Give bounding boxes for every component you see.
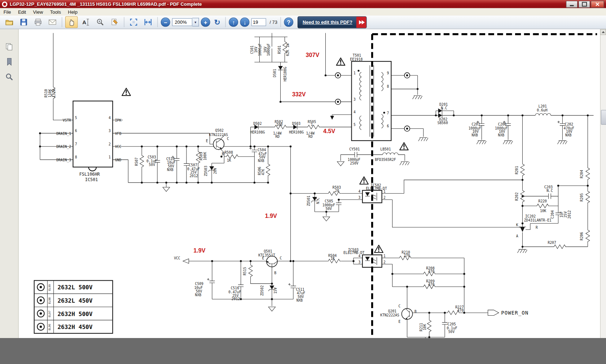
schematic-label: EL96 (48, 324, 51, 330)
help-button[interactable]: ? (284, 17, 293, 27)
schematic-label: R205 (580, 193, 584, 201)
schematic-label: Q502 (215, 128, 224, 132)
schematic-label: T501 (353, 53, 361, 57)
scroll-up-button[interactable] (600, 29, 606, 35)
schematic-label: EL99 (48, 284, 51, 291)
schematic-label: Q501 (264, 249, 272, 253)
schematic-label: 2012 (567, 210, 571, 219)
zoom-out-button[interactable]: − (161, 17, 170, 27)
schematic-label: 3 (109, 129, 111, 133)
schematic-label: NXB (498, 133, 505, 137)
next-page-button[interactable]: ↓ (240, 17, 250, 27)
text-select-icon: A (82, 19, 86, 25)
schematic-label: N.C (316, 198, 320, 204)
save-floppy-icon (19, 18, 28, 27)
schematic-label: 2632L 500V (57, 284, 92, 291)
pdf-page-canvas[interactable]: 307V332V4.5V1.9V1.9VVSTRDRAIN_1DRAIN_2DR… (19, 29, 600, 338)
previous-page-button[interactable]: ↑ (229, 17, 238, 27)
schematic-label: EL98 (48, 297, 51, 304)
pan-tool-button[interactable] (65, 16, 78, 28)
page-number-input[interactable] (251, 18, 266, 26)
edit-pdf-link[interactable]: Need to edit this PDF? (303, 19, 356, 25)
minimize-button[interactable] (566, 1, 578, 8)
zoom-dropdown-button[interactable]: ▼ (192, 18, 199, 27)
email-button[interactable] (46, 16, 58, 28)
schematic-label: RD (276, 135, 280, 139)
refresh-button[interactable]: ↻ (212, 18, 222, 27)
schematic-label: E (398, 320, 400, 324)
schematic-label: HER108G (289, 130, 304, 134)
schematic-label: A (516, 234, 518, 238)
schematic-label: L201 (539, 104, 547, 108)
schematic-label: 0.6uH (537, 108, 547, 112)
pages-panel-button[interactable] (3, 41, 15, 52)
schematic-label: C505 (325, 199, 333, 203)
schematic-label: 470 (428, 282, 435, 286)
zoom-level-value[interactable]: 200% (172, 18, 192, 26)
schematic-label: CY501 (349, 147, 360, 151)
schematic-label: R202 (515, 192, 519, 201)
edit-pdf-banner[interactable]: Need to edit this PDF? (298, 16, 367, 28)
toolbar-separator (281, 17, 281, 27)
title-bar: LGP32-12P_EAY62769501_4M _131115 HS01G F… (0, 0, 606, 8)
schematic-label: 6 (387, 124, 389, 128)
schematic-label: 1K (330, 256, 335, 260)
arrow-up-icon (602, 31, 605, 33)
menu-tools[interactable]: Tools (47, 8, 65, 15)
print-button[interactable] (32, 16, 44, 28)
vertical-scroll-thumb[interactable] (601, 110, 606, 125)
fit-width-button[interactable] (142, 16, 154, 28)
schematic-label: NXB (471, 133, 478, 137)
schematic-label: 1.9V (265, 212, 277, 219)
schematic-label: R211 (419, 323, 423, 331)
schematic-label: 3 (354, 97, 356, 101)
menu-edit[interactable]: Edit (14, 8, 30, 15)
schematic-label: HER108G (250, 130, 265, 134)
schematic-label: 8 (387, 84, 389, 88)
schematic-label: 2 (109, 142, 111, 146)
vertical-scrollbar[interactable] (600, 29, 606, 338)
schematic-label: 2632L 450V (57, 297, 92, 304)
schematic-label: 50V (149, 163, 155, 167)
schematic-label: NXB (258, 159, 264, 163)
schematic-label: R509 (199, 152, 203, 160)
schematic-label: VFB (115, 132, 122, 136)
schematic-label: 1 (109, 155, 111, 159)
schematic-label: C509 (195, 282, 203, 286)
menu-file[interactable]: File (0, 8, 14, 15)
menu-help[interactable]: Help (65, 8, 81, 15)
schematic-label: 4.5V (323, 128, 335, 134)
open-button[interactable] (3, 16, 16, 28)
zoom-tool-button[interactable] (94, 16, 106, 28)
menu-bar: File Edit View Tools Help (0, 8, 606, 16)
schematic-label: 2012 (190, 174, 198, 178)
app-logo-icon (2, 1, 7, 7)
annotate-button[interactable] (108, 16, 120, 28)
fit-page-button[interactable] (127, 16, 140, 28)
schematic-label: 110K (48, 89, 52, 97)
schematic-label: BFD3565R2F (375, 158, 396, 162)
zoom-in-button[interactable]: + (201, 17, 210, 27)
schematic-label: 1K (227, 158, 231, 162)
schematic-label: R201 (515, 166, 519, 174)
schematic-label: C (280, 256, 282, 260)
schematic-label: 470 (428, 269, 435, 273)
pages-icon (5, 42, 13, 51)
schematic-label: SB560 (438, 121, 448, 125)
schematic-label: EL817MB-DT (343, 251, 364, 255)
menu-view[interactable]: View (30, 8, 47, 15)
text-cursor-icon (86, 19, 89, 26)
schematic-label: HER108G (283, 67, 287, 82)
maximize-button[interactable] (579, 1, 590, 8)
close-button[interactable] (591, 1, 604, 8)
schematic-label: C501 (250, 45, 254, 54)
bookmarks-panel-button[interactable] (3, 56, 15, 67)
search-panel-button[interactable] (3, 71, 15, 83)
schematic-label: 2632H 500V (57, 311, 92, 317)
schematic-label: 25V (563, 211, 567, 218)
schematic-label: Q201 (388, 309, 396, 313)
text-select-tool-button[interactable]: A (80, 16, 92, 28)
maximize-icon (582, 2, 587, 6)
save-button[interactable] (17, 16, 30, 28)
schematic-label: 2012 (232, 297, 240, 301)
